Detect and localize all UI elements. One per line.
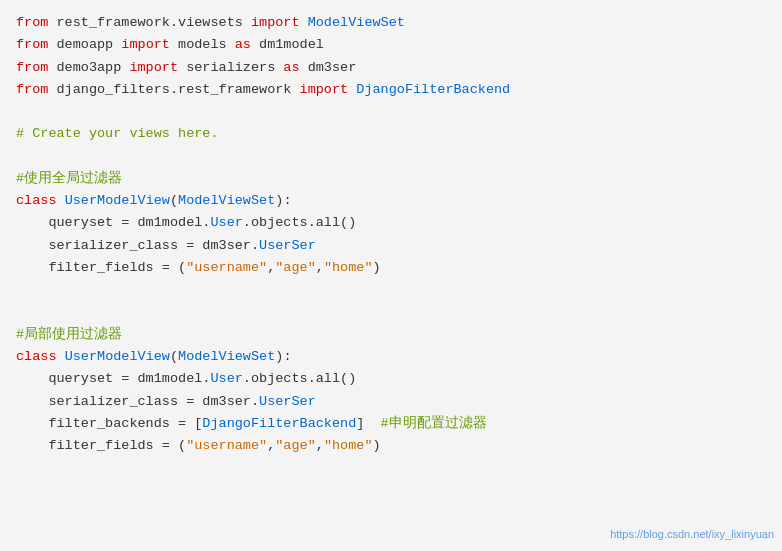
- code-token: filter_fields = (: [16, 435, 186, 457]
- code-token: dm3ser: [300, 57, 357, 79]
- code-line: [16, 146, 766, 168]
- code-line: [16, 101, 766, 123]
- code-token: UserSer: [259, 235, 316, 257]
- code-token: ,: [267, 257, 275, 279]
- code-token: "username": [186, 257, 267, 279]
- code-token: ModelViewSet: [178, 190, 275, 212]
- code-line: class UserModelView(ModelViewSet):: [16, 190, 766, 212]
- code-token: DjangoFilterBackend: [202, 413, 356, 435]
- code-token: django_filters.rest_framework: [48, 79, 299, 101]
- code-token: from: [16, 34, 48, 56]
- code-token: class: [16, 190, 57, 212]
- code-token: as: [283, 57, 299, 79]
- code-token: import: [121, 34, 170, 56]
- code-line: queryset = dm1model.User.objects.all(): [16, 368, 766, 390]
- code-token: serializer_class = dm3ser.: [16, 391, 259, 413]
- code-token: ,: [316, 257, 324, 279]
- code-token: demo3app: [48, 57, 129, 79]
- code-token: class: [16, 346, 57, 368]
- code-line: #使用全局过滤器: [16, 168, 766, 190]
- code-token: #局部使用过滤器: [16, 324, 122, 346]
- code-token: import: [129, 57, 178, 79]
- code-token: .objects.all(): [243, 368, 356, 390]
- code-line: from demoapp import models as dm1model: [16, 34, 766, 56]
- code-token: UserSer: [259, 391, 316, 413]
- code-token: User: [210, 212, 242, 234]
- code-token: dm1model: [251, 34, 324, 56]
- code-block: from rest_framework.viewsets import Mode…: [16, 12, 766, 457]
- code-token: ): [373, 257, 381, 279]
- code-token: models: [170, 34, 235, 56]
- code-line: filter_fields = ("username","age","home"…: [16, 257, 766, 279]
- code-token: (: [170, 346, 178, 368]
- code-token: filter_backends = [: [16, 413, 202, 435]
- code-token: serializer_class = dm3ser.: [16, 235, 259, 257]
- code-token: from: [16, 57, 48, 79]
- code-token: UserModelView: [65, 346, 170, 368]
- code-token: serializers: [178, 57, 283, 79]
- code-line: filter_backends = [DjangoFilterBackend] …: [16, 413, 766, 435]
- code-token: "home": [324, 257, 373, 279]
- code-line: class UserModelView(ModelViewSet):: [16, 346, 766, 368]
- code-token: #使用全局过滤器: [16, 168, 122, 190]
- code-line: filter_fields = ("username","age","home"…: [16, 435, 766, 457]
- code-token: [57, 190, 65, 212]
- code-line: # Create your views here.: [16, 123, 766, 145]
- code-token: from: [16, 12, 48, 34]
- code-token: demoapp: [48, 34, 121, 56]
- code-token: #申明配置过滤器: [381, 413, 487, 435]
- code-line: serializer_class = dm3ser.UserSer: [16, 235, 766, 257]
- code-token: import: [251, 12, 300, 34]
- code-token: [300, 12, 308, 34]
- code-token: ):: [275, 190, 291, 212]
- code-token: "age": [275, 257, 316, 279]
- code-token: DjangoFilterBackend: [356, 79, 510, 101]
- code-token: ModelViewSet: [178, 346, 275, 368]
- code-line: from demo3app import serializers as dm3s…: [16, 57, 766, 79]
- code-token: from: [16, 79, 48, 101]
- code-token: (: [170, 190, 178, 212]
- code-line: [16, 301, 766, 323]
- code-token: "age": [275, 435, 316, 457]
- watermark: https://blog.csdn.net/ixy_lixinyuan: [610, 525, 774, 543]
- code-line: serializer_class = dm3ser.UserSer: [16, 391, 766, 413]
- code-token: User: [210, 368, 242, 390]
- code-token: rest_framework.viewsets: [48, 12, 251, 34]
- code-token: ):: [275, 346, 291, 368]
- code-token: ): [373, 435, 381, 457]
- code-token: queryset = dm1model.: [16, 368, 210, 390]
- code-token: "username": [186, 435, 267, 457]
- code-token: [57, 346, 65, 368]
- code-token: "home": [324, 435, 373, 457]
- code-token: ModelViewSet: [308, 12, 405, 34]
- code-token: [348, 79, 356, 101]
- code-line: from rest_framework.viewsets import Mode…: [16, 12, 766, 34]
- code-token: .objects.all(): [243, 212, 356, 234]
- code-token: ,: [267, 435, 275, 457]
- code-line: [16, 279, 766, 301]
- code-token: import: [300, 79, 349, 101]
- code-line: from django_filters.rest_framework impor…: [16, 79, 766, 101]
- code-token: as: [235, 34, 251, 56]
- code-token: queryset = dm1model.: [16, 212, 210, 234]
- code-token: filter_fields = (: [16, 257, 186, 279]
- code-token: UserModelView: [65, 190, 170, 212]
- code-token: # Create your views here.: [16, 123, 219, 145]
- code-line: queryset = dm1model.User.objects.all(): [16, 212, 766, 234]
- code-line: #局部使用过滤器: [16, 324, 766, 346]
- code-token: ,: [316, 435, 324, 457]
- code-token: ]: [356, 413, 380, 435]
